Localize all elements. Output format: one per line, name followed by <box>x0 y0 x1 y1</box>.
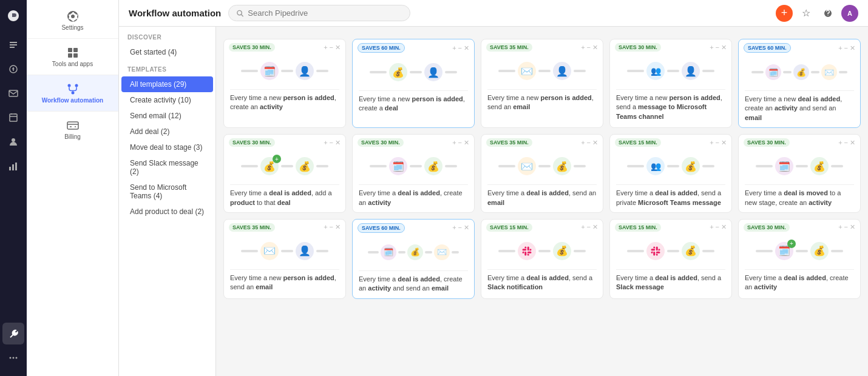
template-card-13[interactable]: SAVES 15 MIN. + − ✕ <box>481 219 603 299</box>
star-button[interactable]: ☆ <box>798 5 815 22</box>
card-text-2: Every time a new person is added, create… <box>353 91 474 118</box>
search-bar <box>228 5 410 21</box>
discover-section-title: DISCOVER <box>119 34 215 44</box>
templates-section-title: TEMPLATES <box>119 66 215 76</box>
svg-rect-6 <box>15 163 17 170</box>
svg-point-14 <box>67 84 70 87</box>
card-actions-5: + − ✕ <box>838 44 855 52</box>
badge-9: SAVES 15 MIN. <box>615 138 661 147</box>
svg-point-15 <box>75 84 78 87</box>
settings-nav-item[interactable]: Settings <box>32 6 114 35</box>
template-card-4[interactable]: SAVES 30 MIN. + − ✕ 👥 👤 <box>609 39 732 128</box>
badge-7: SAVES 30 MIN. <box>358 138 404 147</box>
template-card-10[interactable]: SAVES 30 MIN. + − ✕ 🗓️ 💰 <box>738 134 861 213</box>
svg-point-9 <box>16 357 18 359</box>
nav-insights[interactable] <box>2 155 24 177</box>
billing-icon <box>66 119 80 132</box>
workflow-section: Workflow automation <box>27 75 118 112</box>
nav-tools[interactable] <box>2 323 24 344</box>
card-text-1: Every time a new person is added, create… <box>224 90 345 117</box>
page-title: Workflow automation <box>129 8 221 18</box>
template-send-slack[interactable]: Send Slack message (2) <box>121 155 213 180</box>
add-button[interactable]: + <box>776 5 793 22</box>
card-text-4: Every time a new person is added, send a… <box>610 90 731 126</box>
get-started-item[interactable]: Get started (4) <box>121 44 213 60</box>
badge-2: SAVES 60 MIN. <box>358 43 405 53</box>
card-visual-14: 💰 <box>610 233 731 269</box>
template-card-2[interactable]: SAVES 60 MIN. + − ✕ 💰 👤 <box>352 39 475 128</box>
template-card-8[interactable]: SAVES 35 MIN. + − ✕ ✉️ 💰 <box>481 134 603 213</box>
badge-15: SAVES 30 MIN. <box>744 223 790 232</box>
svg-rect-13 <box>73 53 78 58</box>
svg-rect-4 <box>9 167 11 170</box>
tools-nav-item[interactable]: Tools and apps <box>32 42 114 71</box>
user-avatar[interactable]: A <box>841 5 858 22</box>
badge-14: SAVES 15 MIN. <box>615 223 661 232</box>
template-card-14[interactable]: SAVES 15 MIN. + − ✕ <box>609 219 732 299</box>
badge-3: SAVES 35 MIN. <box>486 43 532 52</box>
template-card-15[interactable]: SAVES 30 MIN. + − ✕ 🗓️ + <box>738 219 861 299</box>
card-actions-4: + − ✕ <box>710 44 727 52</box>
card-actions-9: + − ✕ <box>710 139 727 147</box>
nav-contacts[interactable] <box>2 131 24 153</box>
template-create-activity[interactable]: Create activity (10) <box>121 92 213 108</box>
card-visual-5: 🗓️ 💰 ✉️ <box>739 54 860 90</box>
tools-label: Tools and apps <box>52 61 93 67</box>
template-add-product[interactable]: Add product to deal (2) <box>121 204 213 220</box>
template-card-1[interactable]: SAVES 30 MIN. + − ✕ 🗓️ 👤 <box>223 39 346 128</box>
nav-activities[interactable] <box>2 107 24 129</box>
badge-4: SAVES 30 MIN. <box>615 43 661 52</box>
card-text-9: Every time a deal is added, send a priva… <box>610 185 731 212</box>
template-send-email[interactable]: Send email (12) <box>121 108 213 124</box>
nav-bar <box>0 0 27 376</box>
badge-11: SAVES 35 MIN. <box>229 223 275 232</box>
nav-deals[interactable] <box>2 58 24 80</box>
template-send-teams[interactable]: Send to Microsoft Teams (4) <box>121 180 213 204</box>
search-input[interactable] <box>248 8 402 18</box>
svg-rect-18 <box>67 122 78 129</box>
app-logo[interactable] <box>2 5 24 27</box>
template-card-9[interactable]: SAVES 15 MIN. + − ✕ 👥 💰 <box>609 134 732 213</box>
template-card-6[interactable]: SAVES 30 MIN. + − ✕ 💰 + <box>223 134 346 213</box>
template-card-12[interactable]: SAVES 60 MIN. + − ✕ 🗓️ 💰 <box>352 219 475 299</box>
svg-point-8 <box>13 357 15 359</box>
template-card-7[interactable]: SAVES 30 MIN. + − ✕ 🗓️ 💰 <box>352 134 475 213</box>
card-text-15: Every time a deal is added, create an ac… <box>739 270 860 297</box>
tools-icon <box>66 46 80 59</box>
card-actions-14: + − ✕ <box>710 223 727 231</box>
template-card-3[interactable]: SAVES 35 MIN. + − ✕ ✉️ 👤 <box>481 39 603 128</box>
card-text-11: Every time a new person is added, send a… <box>224 270 345 297</box>
help-button[interactable] <box>819 5 836 22</box>
template-card-5[interactable]: SAVES 60 MIN. + − ✕ 🗓️ 💰 <box>738 39 861 128</box>
card-text-12: Every time a deal is added, create an ac… <box>353 271 474 298</box>
workflow-nav-item[interactable]: Workflow automation <box>32 79 114 107</box>
badge-6: SAVES 30 MIN. <box>229 138 275 147</box>
card-actions-2: + − ✕ <box>452 44 469 52</box>
card-actions-15: + − ✕ <box>838 223 855 231</box>
nav-mail[interactable] <box>2 82 24 104</box>
card-actions-6: + − ✕ <box>324 139 341 147</box>
nav-leads[interactable] <box>2 34 24 56</box>
svg-rect-2 <box>10 114 17 121</box>
card-visual-2: 💰 👤 <box>353 54 474 90</box>
card-text-10: Every time a deal is moved to a new stag… <box>739 185 860 212</box>
card-text-6: Every time a deal is added, add a produc… <box>224 185 345 212</box>
template-card-11[interactable]: SAVES 35 MIN. + − ✕ ✉️ 👤 <box>223 219 346 299</box>
sidebar: Settings Tools and apps <box>27 0 119 376</box>
template-add-deal[interactable]: Add deal (2) <box>121 124 213 139</box>
card-actions-1: + − ✕ <box>324 44 341 52</box>
card-visual-3: ✉️ 👤 <box>481 53 603 89</box>
discover-sidebar: DISCOVER Get started (4) TEMPLATES All t… <box>119 27 216 376</box>
billing-nav-item[interactable]: Billing <box>32 115 114 144</box>
settings-icon <box>66 10 80 23</box>
template-move-deal[interactable]: Move deal to stage (3) <box>121 139 213 155</box>
template-all[interactable]: All templates (29) <box>121 76 213 92</box>
header-actions: + ☆ A <box>776 5 858 22</box>
card-visual-9: 👥 💰 <box>610 148 731 184</box>
workflow-icon <box>66 82 80 96</box>
badge-1: SAVES 30 MIN. <box>229 43 275 52</box>
nav-more[interactable] <box>2 347 24 369</box>
workflow-label: Workflow automation <box>42 97 103 104</box>
card-text-14: Every time a deal is added, send a Slack… <box>610 270 731 297</box>
card-visual-10: 🗓️ 💰 <box>739 148 860 184</box>
